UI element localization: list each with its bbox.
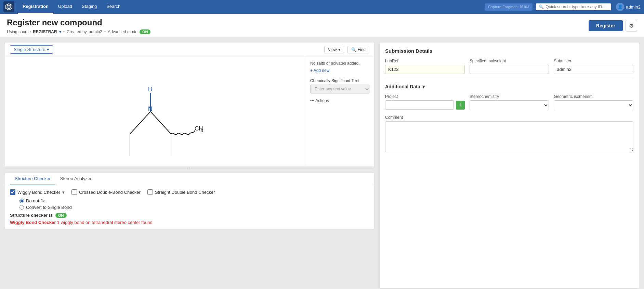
- nav-staging[interactable]: Staging: [77, 0, 102, 14]
- user-avatar: 👤: [616, 3, 624, 11]
- find-button[interactable]: 🔍 Find: [347, 46, 369, 53]
- do-not-fix-radio[interactable]: [19, 199, 24, 203]
- chem-text-label: Chemically Significant Text: [310, 78, 370, 83]
- svg-line-6: [150, 112, 171, 134]
- geometric-isomerism-select[interactable]: [554, 100, 633, 110]
- specified-molweight-input[interactable]: [470, 65, 549, 74]
- user-menu[interactable]: 👤 admin2: [616, 3, 641, 11]
- checker-error-label: Wiggly Bond Checker: [10, 220, 56, 225]
- salts-area: No salts or solvates added. + Add new Ch…: [306, 57, 374, 166]
- actions-link[interactable]: ••• Actions: [310, 98, 370, 103]
- svg-line-2: [130, 112, 150, 134]
- submission-top-row: LnbRef Specified molweight Submitter: [385, 59, 633, 74]
- do-not-fix-label: Do not fix: [26, 198, 45, 203]
- nav-registration[interactable]: Registration: [18, 0, 53, 14]
- additional-data-section: Additional Data ▾ Project + Stereochemis…: [385, 79, 633, 152]
- additional-data-header[interactable]: Additional Data ▾: [385, 79, 633, 89]
- find-icon: 🔍: [351, 47, 356, 52]
- source-value: REGISTRAR: [33, 29, 57, 34]
- crossed-double-bond-checkbox[interactable]: [71, 189, 77, 195]
- nav-links: Registration Upload Staging Search: [18, 0, 125, 14]
- geometric-isomerism-label: Geometric isomerism: [554, 94, 633, 99]
- page-header-left: Register new compound Using source REGIS…: [7, 18, 150, 34]
- straight-double-bond-label: Straight Double Bond Checker: [155, 190, 215, 195]
- additional-data-chevron: ▾: [422, 84, 425, 89]
- nav-upload[interactable]: Upload: [53, 0, 77, 14]
- submission-title: Submission Details: [385, 48, 633, 54]
- structure-header-actions: View ▾ 🔍 Find: [324, 46, 369, 53]
- wiggly-bond-label: Wiggly Bond Checker: [17, 190, 60, 195]
- single-structure-chevron: ▾: [47, 47, 49, 52]
- checker-error-message-text: 1 wiggly bond on tetrahedral stereo cent…: [57, 220, 153, 225]
- source-dropdown-icon[interactable]: ▾: [59, 29, 61, 34]
- convert-single-bond-label: Convert to Single Bond: [26, 205, 72, 210]
- tab-stereo-analyzer[interactable]: Stereo Analyzer: [55, 173, 96, 185]
- page-header-right: Register ⚙: [589, 20, 637, 32]
- svg-text:N: N: [148, 105, 153, 112]
- advanced-mode-toggle[interactable]: ON: [140, 29, 151, 34]
- svg-marker-1: [7, 5, 11, 9]
- convert-single-bond-radio[interactable]: [19, 205, 24, 210]
- chem-text-select[interactable]: Enter any text value: [310, 85, 370, 93]
- app-logo[interactable]: [3, 1, 14, 12]
- submitter-input[interactable]: [554, 65, 633, 74]
- advanced-mode-label: Advanced mode: [108, 29, 137, 34]
- view-label: View: [328, 47, 337, 52]
- submission-section: Submission Details LnbRef Specified molw…: [385, 48, 633, 74]
- single-structure-button[interactable]: Single Structure ▾: [10, 45, 53, 54]
- view-button[interactable]: View ▾: [324, 46, 344, 53]
- comment-row: Comment: [385, 115, 633, 152]
- project-input[interactable]: [385, 100, 454, 110]
- radio-do-not-fix: Do not fix: [19, 198, 369, 203]
- structure-card: Single Structure ▾ View ▾ 🔍 Find: [5, 42, 374, 169]
- quick-search-input[interactable]: [546, 4, 608, 9]
- gear-button[interactable]: ⚙: [626, 20, 637, 32]
- register-button[interactable]: Register: [589, 20, 623, 31]
- page-meta: Using source REGISTRAR ▾ • Created by ad…: [7, 29, 150, 34]
- stereochemistry-label: Stereochemistry: [470, 94, 549, 99]
- created-by-value: admin2: [89, 29, 102, 34]
- crossed-double-bond-checker-item: Crossed Double-Bond Checker: [71, 189, 141, 195]
- comment-textarea[interactable]: [385, 121, 633, 152]
- tab-structure-checker[interactable]: Structure Checker: [10, 173, 55, 185]
- checker-status-row: Structure checker is ON: [10, 213, 369, 218]
- find-label: Find: [358, 47, 366, 52]
- top-navigation: Registration Upload Staging Search Captu…: [0, 0, 644, 14]
- right-panel: Submission Details LnbRef Specified molw…: [379, 42, 639, 289]
- no-salts-text: No salts or solvates added.: [310, 61, 370, 66]
- lnbref-group: LnbRef: [385, 59, 465, 74]
- add-new-link[interactable]: + Add new: [310, 68, 329, 73]
- svg-text:H: H: [148, 86, 152, 92]
- molecule-area[interactable]: N H CH 3: [5, 57, 306, 166]
- checker-error-row: Wiggly Bond Checker 1 wiggly bond on tet…: [10, 220, 369, 225]
- specified-molweight-group: Specified molweight: [470, 59, 549, 74]
- capture-fragment-button[interactable]: Capture Fragment ⌘⌘3: [485, 3, 533, 11]
- molecule-svg[interactable]: N H CH 3: [97, 67, 214, 156]
- stereochemistry-select[interactable]: [470, 100, 549, 110]
- page-title: Register new compound: [7, 18, 150, 27]
- submitter-label: Submitter: [554, 59, 633, 63]
- wiggly-bond-checkbox[interactable]: [10, 189, 15, 195]
- comment-group: Comment: [385, 115, 633, 152]
- wiggly-bond-options: Do not fix Convert to Single Bond: [19, 198, 369, 210]
- view-chevron: ▾: [338, 47, 340, 52]
- checker-status-badge[interactable]: ON: [55, 213, 67, 218]
- checker-status-label: Structure checker is: [10, 213, 53, 218]
- add-project-button[interactable]: +: [456, 101, 465, 110]
- main-content: Single Structure ▾ View ▾ 🔍 Find: [0, 37, 644, 289]
- submitter-group: Submitter: [554, 59, 633, 74]
- stereochemistry-group: Stereochemistry: [470, 94, 549, 110]
- single-structure-label: Single Structure: [14, 47, 45, 52]
- search-icon: 🔍: [539, 4, 544, 9]
- checker-options-row: Wiggly Bond Checker ▾ Crossed Double-Bon…: [10, 189, 369, 195]
- straight-double-bond-checkbox[interactable]: [147, 189, 153, 195]
- left-panel: Single Structure ▾ View ▾ 🔍 Find: [5, 42, 374, 289]
- lnbref-input[interactable]: [385, 65, 465, 74]
- checker-body: Wiggly Bond Checker ▾ Crossed Double-Bon…: [5, 185, 374, 229]
- svg-text:3: 3: [201, 128, 203, 133]
- additional-data-label: Additional Data: [385, 84, 420, 89]
- wiggly-bond-dropdown-icon[interactable]: ▾: [62, 190, 65, 195]
- project-label: Project: [385, 94, 465, 99]
- resize-handle[interactable]: [5, 166, 374, 168]
- nav-search[interactable]: Search: [102, 0, 125, 14]
